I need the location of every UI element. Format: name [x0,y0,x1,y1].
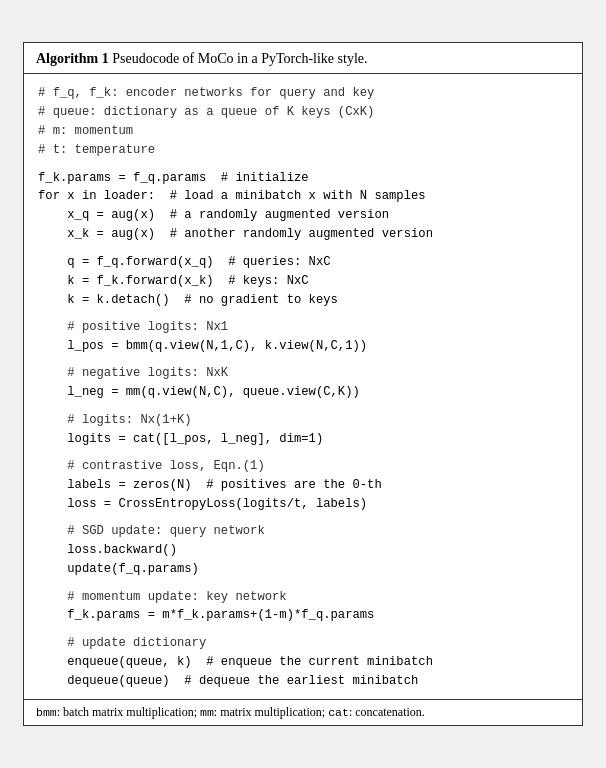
algorithm-footer: bmm: batch matrix multiplication; mm: ma… [24,699,582,725]
code-comment-neg: # negative logits: NxK [38,364,568,383]
code-q: q = f_q.forward(x_q) # queries: NxC [38,253,568,272]
blank-5 [38,402,568,411]
code-comment-momentum: # momentum update: key network [38,588,568,607]
algorithm-header: Algorithm 1 Pseudocode of MoCo in a PyTo… [24,43,582,74]
code-xq: x_q = aug(x) # a randomly augmented vers… [38,206,568,225]
algorithm-box: Algorithm 1 Pseudocode of MoCo in a PyTo… [23,42,583,725]
code-comment-loss: # contrastive loss, Eqn.(1) [38,457,568,476]
code-comment-4: # t: temperature [38,141,568,160]
code-for-loop: for x in loader: # load a minibatch x wi… [38,187,568,206]
footer-mm: mm [200,706,214,719]
blank-6 [38,448,568,457]
code-backward: loss.backward() [38,541,568,560]
code-comment-3: # m: momentum [38,122,568,141]
blank-9 [38,625,568,634]
algorithm-body: # f_q, f_k: encoder networks for query a… [24,74,582,698]
blank-7 [38,514,568,523]
blank-4 [38,356,568,365]
footer-text: bmm: batch matrix multiplication; mm: ma… [36,705,425,719]
code-comment-2: # queue: dictionary as a queue of K keys… [38,103,568,122]
code-comment-dict: # update dictionary [38,634,568,653]
algorithm-title: Pseudocode of MoCo in a PyTorch-like sty… [112,51,367,66]
code-xk: x_k = aug(x) # another randomly augmente… [38,225,568,244]
code-labels: labels = zeros(N) # positives are the 0-… [38,476,568,495]
code-lneg: l_neg = mm(q.view(N,C), queue.view(C,K)) [38,383,568,402]
code-k2: k = k.detach() # no gradient to keys [38,291,568,310]
blank-3 [38,309,568,318]
code-logits: logits = cat([l_pos, l_neg], dim=1) [38,430,568,449]
blank-2 [38,244,568,253]
footer-cat: cat [328,706,349,719]
code-dequeue: dequeue(queue) # dequeue the earliest mi… [38,672,568,691]
algorithm-number: Algorithm 1 [36,51,109,66]
code-momentum: f_k.params = m*f_k.params+(1-m)*f_q.para… [38,606,568,625]
code-init: f_k.params = f_q.params # initialize [38,169,568,188]
code-update: update(f_q.params) [38,560,568,579]
code-comment-1: # f_q, f_k: encoder networks for query a… [38,84,568,103]
code-enqueue: enqueue(queue, k) # enqueue the current … [38,653,568,672]
code-comment-sgd: # SGD update: query network [38,522,568,541]
blank-1 [38,160,568,169]
code-k1: k = f_k.forward(x_k) # keys: NxC [38,272,568,291]
code-comment-pos: # positive logits: Nx1 [38,318,568,337]
footer-bmm: bmm [36,706,57,719]
code-loss: loss = CrossEntropyLoss(logits/t, labels… [38,495,568,514]
code-lpos: l_pos = bmm(q.view(N,1,C), k.view(N,C,1)… [38,337,568,356]
code-comment-logits: # logits: Nx(1+K) [38,411,568,430]
blank-8 [38,579,568,588]
